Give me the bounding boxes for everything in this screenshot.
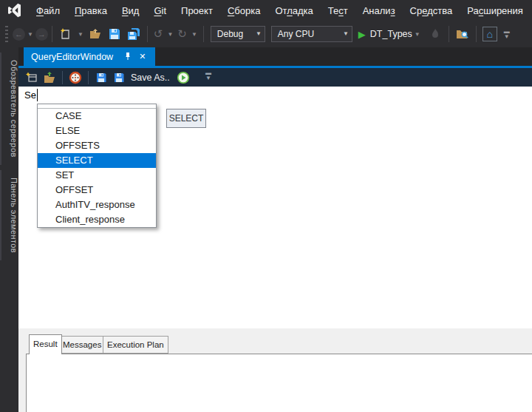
tab-execution-plan[interactable]: Execution Plan xyxy=(103,336,168,354)
chevron-down-icon[interactable]: ▼ xyxy=(340,27,352,41)
text-caret xyxy=(37,89,38,101)
start-debugging-button[interactable]: ▶ DT_Types ▼ xyxy=(358,29,423,40)
run-target-dropdown-icon[interactable]: ▼ xyxy=(412,31,423,38)
query-input[interactable]: Se xyxy=(24,88,38,102)
play-icon: ▶ xyxy=(358,29,366,40)
menu-item-4[interactable]: Проект xyxy=(174,1,220,20)
menu-item-1[interactable]: Правка xyxy=(67,1,115,20)
left-tool-window-strip: Обозреватель серверовПанель элементов xyxy=(0,47,18,412)
separator xyxy=(147,26,148,42)
separator xyxy=(88,71,89,84)
menu-item-9[interactable]: Средства xyxy=(403,1,460,20)
autocomplete-item-ELSE[interactable]: ELSE xyxy=(38,124,156,138)
standard-toolbar: ← ▼ → ▼ ↺ ▼ ↻ ▼ Debug ▼ Any CPU ▼ ▶ DT_T… xyxy=(0,21,532,47)
run-target-label: DT_Types xyxy=(370,29,412,39)
menu-item-2[interactable]: Вид xyxy=(115,1,147,20)
query-editor-surface[interactable]: Se CASEELSEOFFSETSSELECTSETOFFSETAuthITV… xyxy=(18,87,532,328)
autocomplete-item-Client_response[interactable]: Client_response xyxy=(38,212,156,227)
new-file-icon[interactable] xyxy=(59,27,72,41)
select-button[interactable]: SELECT xyxy=(166,109,206,128)
toolbar-overflow-icon[interactable]: ▬ ▼ xyxy=(502,29,512,39)
visual-studio-logo xyxy=(7,3,23,18)
autocomplete-item-OFFSET[interactable]: OFFSET xyxy=(38,183,156,197)
connection-dial-icon[interactable] xyxy=(69,71,82,84)
tab-queryeditorwindow[interactable]: QueryEditorWindow ✕ xyxy=(24,47,155,66)
execute-query-icon[interactable] xyxy=(177,71,190,84)
menu-item-6[interactable]: Отладка xyxy=(267,1,320,20)
overflow-arrow: ▼ xyxy=(205,75,211,81)
new-query-icon[interactable] xyxy=(25,71,38,84)
tab-title: QueryEditorWindow xyxy=(31,52,113,62)
save-query-icon[interactable] xyxy=(95,71,108,84)
save-as-label[interactable]: Save As.. xyxy=(131,72,170,83)
menu-item-7[interactable]: Тест xyxy=(321,1,355,20)
save-as-icon[interactable] xyxy=(112,71,126,84)
menu-item-5[interactable]: Сборка xyxy=(220,1,268,20)
find-in-files-icon[interactable] xyxy=(456,27,469,41)
result-panel-content[interactable] xyxy=(26,354,532,412)
results-panel-area: ResultMessagesExecution Plan xyxy=(18,328,532,412)
open-folder-icon[interactable] xyxy=(89,27,102,41)
close-icon[interactable]: ✕ xyxy=(135,52,149,61)
autocomplete-item-SET[interactable]: SET xyxy=(38,168,156,183)
tab-messages[interactable]: Messages xyxy=(58,336,106,354)
query-input-value: Se xyxy=(24,90,36,101)
overflow-arrow: ▼ xyxy=(504,33,510,40)
undo-dropdown-icon[interactable]: ▼ xyxy=(165,31,175,38)
autocomplete-item-AuthITV_response[interactable]: AuthITV_response xyxy=(38,197,156,212)
side-tab-1[interactable]: Панель элементов xyxy=(0,170,18,260)
navigate-forward-icon[interactable]: → xyxy=(35,28,48,41)
menu-item-3[interactable]: Git xyxy=(146,1,174,20)
menu-items: ФайлПравкаВидGitПроектСборкаОтладкаТестА… xyxy=(29,1,532,20)
home-icon[interactable]: ⌂ xyxy=(482,27,497,41)
query-editor-toolbar: Save As.. ▬ ▼ xyxy=(18,68,532,87)
document-tab-strip: QueryEditorWindow ✕ xyxy=(18,47,532,66)
query-toolbar-overflow-icon[interactable]: ▬ ▼ xyxy=(203,70,214,81)
redo-dropdown-icon[interactable]: ▼ xyxy=(189,31,200,38)
autocomplete-dropdown: CASEELSEOFFSETSSELECTSETOFFSETAuthITV_re… xyxy=(37,104,157,228)
pin-icon[interactable] xyxy=(120,52,135,62)
solution-platform-value: Any CPU xyxy=(272,29,340,39)
undo-icon[interactable]: ↺ xyxy=(154,27,163,41)
separator xyxy=(449,26,449,42)
menu-item-10[interactable]: Расширения xyxy=(460,1,531,20)
open-query-icon[interactable] xyxy=(43,71,56,84)
autocomplete-item-SELECT[interactable]: SELECT xyxy=(38,153,156,168)
solution-configuration-value: Debug xyxy=(211,29,253,39)
menu-bar: ФайлПравкаВидGitПроектСборкаОтладкаТестА… xyxy=(0,0,532,21)
solution-platform-combo[interactable]: Any CPU ▼ xyxy=(271,26,352,42)
separator xyxy=(62,71,63,84)
side-tab-0[interactable]: Обозреватель серверов xyxy=(0,53,18,165)
save-icon[interactable] xyxy=(108,27,121,41)
redo-icon[interactable]: ↻ xyxy=(177,27,187,41)
navigate-back-icon[interactable]: ← xyxy=(13,28,25,41)
chevron-down-icon[interactable]: ▼ xyxy=(253,27,265,41)
hot-reload-icon xyxy=(429,27,442,41)
new-file-dropdown-icon[interactable]: ▼ xyxy=(75,31,86,38)
tab-result[interactable]: Result xyxy=(29,334,62,354)
separator xyxy=(203,26,204,42)
document-area: QueryEditorWindow ✕ xyxy=(18,47,532,412)
autocomplete-item-CASE[interactable]: CASE xyxy=(38,109,156,124)
autocomplete-item-OFFSETS[interactable]: OFFSETS xyxy=(38,138,156,153)
separator xyxy=(52,26,52,42)
toolbar-grip[interactable] xyxy=(5,26,8,42)
separator xyxy=(476,26,477,42)
solution-configuration-combo[interactable]: Debug ▼ xyxy=(211,26,265,42)
menu-item-8[interactable]: Анализ xyxy=(355,1,403,20)
menu-item-0[interactable]: Файл xyxy=(29,1,67,20)
save-all-icon[interactable] xyxy=(127,27,140,41)
navigate-back-dropdown-icon[interactable]: ▼ xyxy=(25,31,35,38)
